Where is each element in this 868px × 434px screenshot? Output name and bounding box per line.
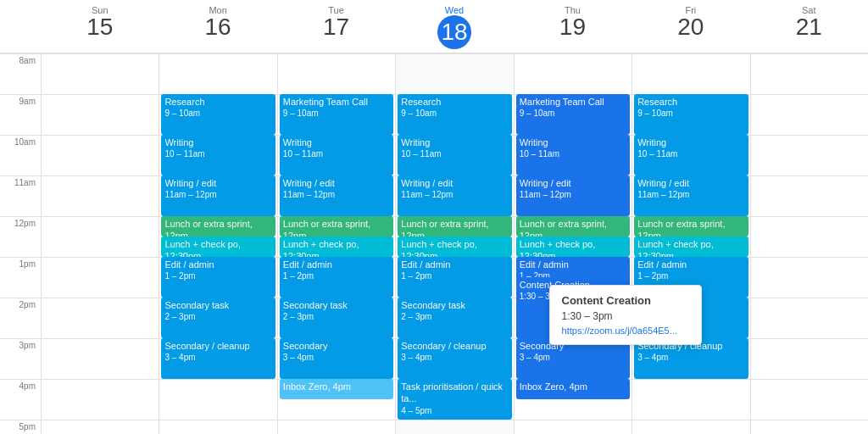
event-title: Writing / edit [401, 177, 508, 189]
event-title: Marketing Team Call [283, 96, 390, 108]
event-title: Lunch or extra sprint, 12pm [637, 218, 744, 236]
hour-line [751, 94, 868, 95]
event-item[interactable]: Writing10 – 11am [516, 135, 630, 175]
event-item[interactable]: Writing / edit11am – 12pm [398, 175, 511, 216]
event-time: 1 – 2pm [637, 270, 744, 281]
event-item[interactable]: Lunch or extra sprint, 12pm [634, 216, 748, 236]
grid-wrapper: Research9 – 10amWriting10 – 11amWriting … [41, 53, 868, 434]
event-title: Writing [283, 136, 390, 148]
event-time: 10 – 11am [520, 148, 626, 159]
hour-line [751, 379, 868, 380]
event-item[interactable]: Secondary task2 – 3pm [398, 298, 511, 338]
event-item[interactable]: Inbox Zero, 4pm [516, 379, 630, 399]
event-item[interactable]: Edit / admin1 – 2pm [280, 257, 393, 298]
event-title: Research [637, 96, 744, 108]
event-title: Task prioritisation / quick ta... [401, 381, 508, 405]
event-time: 11am – 12pm [283, 189, 390, 200]
event-time: 10 – 11am [283, 148, 390, 159]
hour-line [42, 175, 159, 176]
hour-line [515, 53, 632, 54]
event-time: 11am – 12pm [520, 189, 626, 200]
event-item[interactable]: Lunch + check po, 12:30pm [634, 236, 748, 257]
event-title: Secondary task [401, 299, 508, 311]
event-time: 9 – 10am [520, 108, 626, 119]
event-item[interactable]: Research9 – 10am [398, 94, 511, 135]
event-item[interactable]: Writing10 – 11am [398, 135, 511, 175]
event-time: 10 – 11am [164, 148, 271, 159]
event-item[interactable]: Writing / edit11am – 12pm [634, 175, 748, 216]
event-title: Lunch + check po, 12:30pm [164, 238, 271, 257]
hour-line [751, 175, 868, 176]
event-time: 9 – 10am [164, 108, 271, 119]
event-item[interactable]: Writing / edit11am – 12pm [161, 175, 275, 216]
event-item[interactable]: Lunch + check po, 12:30pm [398, 236, 511, 257]
event-item[interactable]: Lunch or extra sprint, 12pm [161, 216, 275, 236]
event-item[interactable]: Writing10 – 11am [280, 135, 393, 175]
event-item[interactable]: Secondary / cleanup3 – 4pm [398, 338, 511, 379]
header-day-18: Wed18 [395, 0, 513, 53]
event-title: Edit / admin [401, 259, 508, 270]
event-item[interactable]: Edit / admin1 – 2pm [398, 257, 511, 298]
hour-line [632, 53, 749, 54]
event-item[interactable]: Secondary / cleanup3 – 4pm [161, 338, 275, 379]
hour-line [632, 379, 749, 380]
event-title: Research [164, 96, 271, 108]
event-item[interactable]: Secondary task2 – 3pm [161, 298, 275, 338]
event-title: Writing [637, 136, 744, 148]
event-item[interactable]: Writing / edit11am – 12pm [516, 175, 630, 216]
time-label-2pm: 2pm [0, 298, 41, 338]
hour-line [515, 420, 632, 420]
hour-line [42, 298, 159, 298]
event-title: Lunch + check po, 12:30pm [520, 238, 626, 257]
event-item[interactable]: Lunch or extra sprint, 12pm [280, 216, 393, 236]
hour-line [159, 420, 276, 420]
event-title: Edit / admin [637, 259, 744, 270]
event-title: Inbox Zero, 4pm [283, 381, 390, 392]
event-item[interactable]: Lunch or extra sprint, 12pm [398, 216, 511, 236]
event-item[interactable]: Writing10 – 11am [161, 135, 275, 175]
event-item[interactable]: Lunch + check po, 12:30pm [280, 236, 393, 257]
calendar: Sun15Mon16Tue17Wed18Thu19Fri20Sat21 8am9… [0, 0, 868, 434]
event-title: Secondary task [164, 299, 271, 311]
time-label-8am: 8am [0, 53, 41, 94]
event-item[interactable]: Lunch + check po, 12:30pm [516, 236, 630, 257]
event-time: 3 – 4pm [283, 352, 390, 363]
event-title: Marketing Team Call [520, 96, 626, 108]
hour-line [42, 94, 159, 95]
event-title: Lunch + check po, 12:30pm [401, 238, 508, 257]
event-title: Writing / edit [283, 177, 390, 189]
event-time: 2 – 3pm [401, 311, 508, 322]
event-item[interactable]: Writing / edit11am – 12pm [280, 175, 393, 216]
event-item[interactable]: Research9 – 10am [634, 94, 748, 135]
event-time: 10 – 11am [401, 148, 508, 159]
event-title: Lunch or extra sprint, 12pm [283, 218, 390, 236]
gmt-label [0, 0, 41, 53]
hour-line [751, 257, 868, 258]
event-title: Edit / admin [164, 259, 271, 270]
event-item[interactable]: Secondary task2 – 3pm [280, 298, 393, 338]
event-time: 3 – 4pm [401, 352, 508, 363]
hour-line [42, 338, 159, 339]
hour-line [751, 420, 868, 420]
event-item[interactable]: Lunch + check po, 12:30pm [161, 236, 275, 257]
event-item[interactable]: Writing10 – 11am [634, 135, 748, 175]
event-item[interactable]: Lunch or extra sprint, 12pm [516, 216, 630, 236]
event-time: 1 – 2pm [164, 270, 271, 281]
event-time: 11am – 12pm [637, 189, 744, 200]
event-item[interactable]: Research9 – 10am [161, 94, 275, 135]
event-time: 10 – 11am [637, 148, 744, 159]
event-item[interactable]: Secondary3 – 4pm [280, 338, 393, 379]
event-item[interactable]: Edit / admin1 – 2pm [161, 257, 275, 298]
header-row: Sun15Mon16Tue17Wed18Thu19Fri20Sat21 [0, 0, 868, 53]
event-item[interactable]: Marketing Team Call9 – 10am [280, 94, 393, 135]
body-wrapper: 8am9am10am11am12pm1pm2pm3pm4pm5pm Resear… [0, 53, 868, 434]
time-label-3pm: 3pm [0, 338, 41, 379]
event-item[interactable]: Marketing Team Call9 – 10am [516, 94, 630, 135]
event-title: Lunch or extra sprint, 12pm [164, 218, 271, 236]
event-item[interactable]: Task prioritisation / quick ta...4 – 5pm [398, 379, 511, 420]
event-title: Secondary task [283, 299, 390, 311]
event-title: Writing [520, 136, 626, 148]
event-item[interactable]: Inbox Zero, 4pm [280, 379, 393, 399]
tooltip-link[interactable]: https://zoom.us/j/0a654E5... [562, 326, 689, 336]
event-time: 9 – 10am [401, 108, 508, 119]
